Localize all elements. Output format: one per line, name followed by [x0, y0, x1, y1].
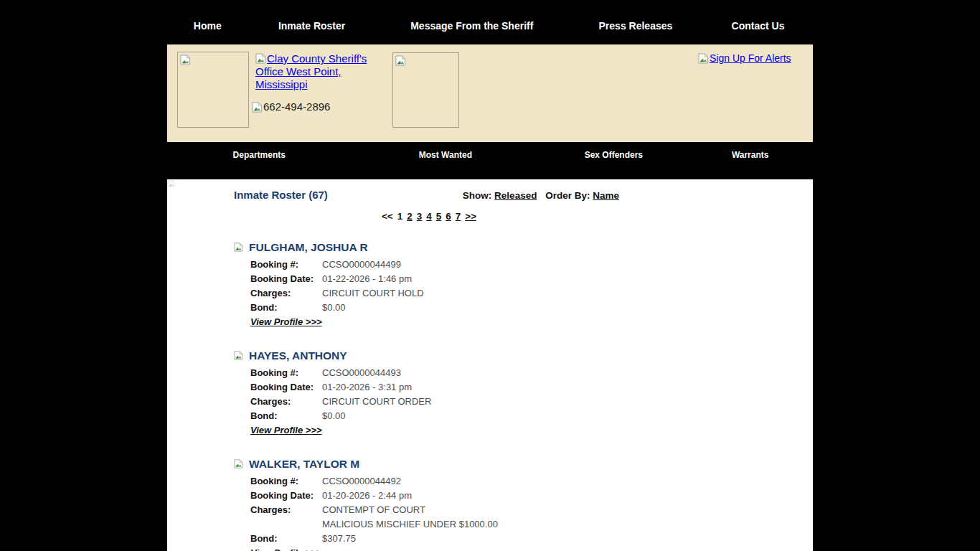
nav-item-warrants[interactable]: Warrants: [687, 150, 813, 179]
inmate-record: FULGHAM, JOSHUA R Booking #:CCSO00000444…: [234, 241, 813, 329]
nav-item-contact-us[interactable]: Contact Us: [703, 20, 813, 32]
phone-row: 662-494-2896: [252, 100, 330, 113]
secondary-nav: Departments Most Wanted Sex Offenders Wa…: [167, 142, 813, 179]
nav-item-sex-offenders[interactable]: Sex Offenders: [540, 150, 687, 179]
site-title-link[interactable]: Clay County Sheriff's Office West Point,…: [255, 52, 367, 90]
show-order-controls: Show: Released Order By: Name: [463, 190, 619, 201]
view-profile-link[interactable]: View Profile >>>: [250, 547, 322, 551]
show-label: Show:: [463, 190, 492, 201]
missing-logo-image: [177, 52, 249, 128]
phone-number: 662-494-2896: [263, 100, 330, 113]
booking-number-value: CCSO0000044493: [322, 366, 401, 380]
pagination-page-3[interactable]: 3: [417, 211, 423, 222]
nav-item-press-releases[interactable]: Press Releases: [568, 20, 703, 32]
pagination-next[interactable]: >>: [465, 211, 476, 222]
inmate-details: Booking #:CCSO0000044499 Booking Date:01…: [250, 258, 813, 315]
view-profile-link[interactable]: View Profile >>>: [250, 316, 322, 327]
booking-date-value: 01-20-2026 - 2:44 pm: [322, 489, 412, 503]
view-profile-row: View Profile >>>: [250, 546, 813, 551]
alerts-broken-image-icon: [698, 53, 709, 64]
mugshot-broken-image-icon: [234, 242, 243, 252]
booking-number-value: CCSO0000044499: [322, 258, 401, 272]
show-released-link[interactable]: Released: [494, 190, 537, 201]
roster-title-row: Inmate Roster (67) Show: Released Order …: [167, 189, 813, 204]
pagination-page-5[interactable]: 5: [436, 211, 442, 222]
charges-value: CONTEMPT OF COURTMALICIOUS MISCHIEF UNDE…: [322, 503, 498, 532]
inmate-name-row: WALKER, TAYLOR M: [234, 458, 813, 471]
inmate-name-row: HAYES, ANTHONY: [234, 349, 813, 362]
view-profile-row: View Profile >>>: [250, 315, 813, 329]
nav-item-departments[interactable]: Departments: [167, 150, 352, 179]
alerts-block: Sign Up For Alerts: [698, 52, 791, 64]
booking-number-label: Booking #:: [250, 258, 322, 272]
spacer-broken-image-icon: [168, 180, 175, 187]
broken-image-icon: [180, 55, 191, 65]
pagination: <<1234567>>: [167, 211, 691, 222]
inmate-record: WALKER, TAYLOR M Booking #:CCSO000004449…: [234, 458, 813, 551]
charges-label: Charges:: [250, 395, 322, 409]
nav-item-message-from-sheriff[interactable]: Message From the Sheriff: [376, 20, 568, 32]
booking-date-value: 01-20-2026 - 3:31 pm: [322, 380, 412, 395]
nav-item-most-wanted[interactable]: Most Wanted: [352, 150, 540, 179]
order-by-name-link[interactable]: Name: [593, 190, 619, 201]
charges-value: CIRCUIT COURT HOLD: [322, 286, 424, 301]
booking-date-label: Booking Date:: [250, 489, 322, 503]
booking-number-label: Booking #:: [250, 366, 322, 380]
charges-label: Charges:: [250, 503, 322, 532]
inmate-details: Booking #:CCSO0000044493 Booking Date:01…: [250, 366, 813, 423]
bond-label: Bond:: [250, 409, 322, 423]
booking-date-label: Booking Date:: [250, 380, 322, 395]
booking-date-label: Booking Date:: [250, 272, 322, 286]
nav-item-inmate-roster[interactable]: Inmate Roster: [248, 20, 376, 32]
site-title-text: Clay County Sheriff's Office West Point,…: [255, 52, 367, 90]
charges-label: Charges:: [250, 286, 322, 301]
pagination-page-4[interactable]: 4: [426, 211, 432, 222]
broken-image-icon: [395, 55, 406, 66]
bond-value: $307.75: [322, 532, 356, 546]
roster-content: Inmate Roster (67) Show: Released Order …: [167, 179, 813, 551]
top-nav: Home Inmate Roster Message From the Sher…: [167, 0, 813, 44]
view-profile-row: View Profile >>>: [250, 423, 813, 438]
nav-item-home[interactable]: Home: [167, 20, 248, 32]
phone-broken-image-icon: [252, 102, 263, 113]
page-container: Home Inmate Roster Message From the Sher…: [167, 0, 813, 551]
sign-up-for-alerts-link[interactable]: Sign Up For Alerts: [710, 52, 791, 64]
booking-number-value: CCSO0000044492: [322, 474, 401, 489]
charges-value: CIRCUIT COURT ORDER: [322, 395, 431, 409]
site-title-block: Clay County Sheriff's Office West Point,…: [255, 52, 385, 91]
mugshot-broken-image-icon: [234, 351, 243, 360]
bond-label: Bond:: [250, 532, 322, 546]
inmate-name-link[interactable]: HAYES, ANTHONY: [249, 349, 347, 362]
pagination-page-6[interactable]: 6: [446, 211, 451, 222]
bond-label: Bond:: [250, 301, 322, 315]
pagination-page-2[interactable]: 2: [407, 211, 413, 222]
mugshot-broken-image-icon: [234, 459, 243, 468]
missing-badge-image: [392, 52, 459, 128]
pagination-page-7[interactable]: 7: [456, 211, 461, 222]
booking-number-label: Booking #:: [250, 474, 322, 489]
pagination-prev[interactable]: <<: [382, 211, 393, 222]
order-by-label: Order By:: [545, 190, 590, 201]
bond-value: $0.00: [322, 409, 346, 423]
inmate-name-link[interactable]: FULGHAM, JOSHUA R: [249, 241, 368, 254]
site-header: Clay County Sheriff's Office West Point,…: [167, 44, 813, 142]
inmate-record: HAYES, ANTHONY Booking #:CCSO0000044493 …: [234, 349, 813, 438]
inmate-name-link[interactable]: WALKER, TAYLOR M: [249, 458, 359, 471]
booking-date-value: 01-22-2026 - 1:46 pm: [322, 272, 412, 286]
pagination-page-1-current: 1: [397, 211, 403, 222]
inmate-name-row: FULGHAM, JOSHUA R: [234, 241, 813, 254]
bond-value: $0.00: [322, 301, 346, 315]
view-profile-link[interactable]: View Profile >>>: [250, 425, 322, 435]
inmate-details: Booking #:CCSO0000044492 Booking Date:01…: [250, 474, 813, 546]
page-title: Inmate Roster (67): [234, 189, 328, 201]
broken-image-icon: [255, 53, 266, 64]
